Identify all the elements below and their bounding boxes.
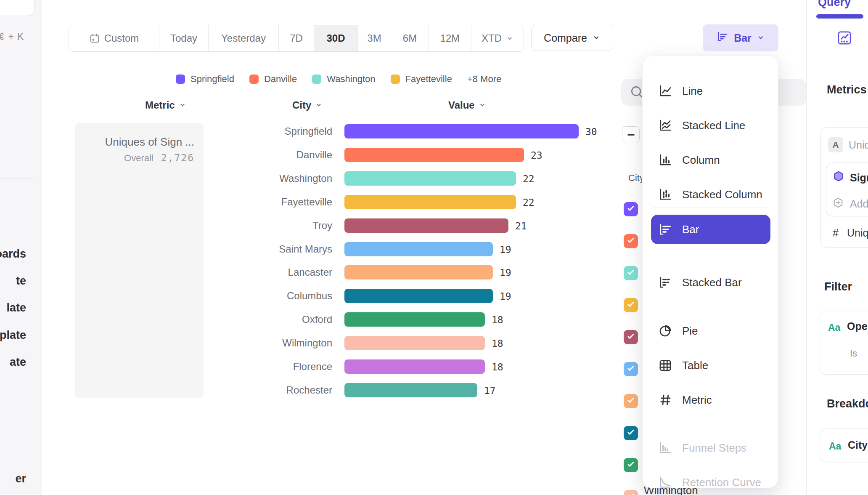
date-range-3m[interactable]: 3M bbox=[358, 25, 391, 51]
date-range-30d[interactable]: 30D bbox=[314, 25, 358, 51]
funnel-icon bbox=[658, 440, 673, 455]
sidebar-item[interactable]: er bbox=[0, 472, 26, 485]
unique-row-label[interactable]: Uniques bbox=[847, 227, 868, 239]
bar-value: 18 bbox=[492, 336, 503, 350]
menu-item-bar[interactable]: Bar bbox=[651, 215, 770, 244]
date-range-12m[interactable]: 12M bbox=[429, 25, 471, 51]
bar-value: 22 bbox=[523, 171, 535, 186]
bar-wilmington[interactable] bbox=[344, 336, 485, 350]
city-checkbox[interactable] bbox=[624, 330, 638, 344]
menu-item-stacked-column[interactable]: Stacked Column bbox=[651, 180, 770, 209]
menu-item-column[interactable]: Column bbox=[651, 145, 770, 175]
bar-saint-marys[interactable] bbox=[344, 242, 493, 256]
menu-item-stacked-line[interactable]: Stacked Line bbox=[651, 111, 770, 140]
bar-icon bbox=[658, 222, 673, 237]
insights-chart-icon[interactable] bbox=[836, 29, 853, 48]
city-checkbox[interactable] bbox=[624, 362, 638, 376]
date-range-custom[interactable]: Custom bbox=[69, 25, 159, 51]
bar-lancaster[interactable] bbox=[344, 265, 493, 279]
sidebar-item[interactable]: ate bbox=[0, 356, 26, 369]
add-event-label[interactable]: Add bbox=[850, 198, 868, 210]
breakdown-heading: Breakdown bbox=[827, 397, 868, 410]
bar-florence[interactable] bbox=[344, 359, 485, 374]
date-range-7d[interactable]: 7D bbox=[279, 25, 314, 51]
column-header-city[interactable]: City bbox=[292, 99, 323, 111]
sidebar-item[interactable]: late bbox=[0, 301, 26, 314]
bar-troy[interactable] bbox=[344, 218, 508, 233]
column-header-metric[interactable]: Metric bbox=[145, 99, 186, 111]
add-event-icon[interactable] bbox=[831, 196, 845, 212]
metric-name: Uniques bbox=[849, 139, 868, 151]
menu-item-retention-curve[interactable]: Retention Curve bbox=[651, 468, 770, 495]
filter-card[interactable]: Aa Ope Is i bbox=[820, 311, 868, 375]
city-checkbox[interactable] bbox=[624, 298, 638, 312]
date-range-6m[interactable]: 6M bbox=[391, 25, 429, 51]
menu-item-metric[interactable]: Metric bbox=[651, 385, 770, 415]
filter-operator[interactable]: Is bbox=[850, 348, 857, 359]
city-checkbox[interactable] bbox=[624, 426, 638, 440]
menu-item-funnel-steps[interactable]: Funnel Steps bbox=[651, 433, 770, 463]
stacked-bar-icon bbox=[658, 275, 673, 290]
bar-value: 30 bbox=[585, 124, 597, 138]
bar-fayetteville[interactable] bbox=[344, 195, 516, 209]
legend-item[interactable]: Washington bbox=[312, 74, 375, 85]
menu-item-stacked-bar[interactable]: Stacked Bar bbox=[651, 268, 770, 297]
bar-danville[interactable] bbox=[344, 148, 524, 162]
legend-item[interactable]: Danville bbox=[249, 74, 297, 85]
legend-item[interactable]: Fayetteville bbox=[391, 74, 452, 85]
bar-rochester[interactable] bbox=[344, 383, 477, 397]
check-icon bbox=[626, 396, 635, 407]
legend-item[interactable]: Springfield bbox=[176, 74, 234, 85]
bar-washington[interactable] bbox=[344, 171, 516, 186]
bar-value: 19 bbox=[500, 289, 511, 303]
city-checkbox[interactable] bbox=[624, 202, 638, 216]
pie-icon bbox=[658, 323, 673, 338]
sidebar-item[interactable]: oards bbox=[0, 248, 26, 261]
panel-header-border bbox=[807, 20, 868, 20]
left-sidebar: ⌘ + K oardstelateplateateer bbox=[0, 0, 42, 495]
bar-value: 23 bbox=[531, 148, 542, 162]
bar-springfield[interactable] bbox=[344, 124, 579, 138]
column-header-value[interactable]: Value bbox=[448, 99, 486, 111]
sidebar-item[interactable]: plate bbox=[0, 329, 26, 342]
chart-type-label: Bar bbox=[734, 32, 752, 44]
date-range-xtd[interactable]: XTD bbox=[471, 25, 524, 51]
city-checkbox[interactable] bbox=[624, 458, 638, 472]
metric-card[interactable]: Uniques of Sign ... Overall 2,726 bbox=[75, 123, 204, 398]
compare-button[interactable]: Compare bbox=[531, 25, 613, 51]
legend-swatch bbox=[391, 75, 400, 84]
chevron-down-icon bbox=[479, 99, 486, 111]
analytics-query-page: ⌘ + K oardstelateplateateer CustomTodayY… bbox=[0, 0, 868, 495]
breakdown-card[interactable]: Aa City bbox=[820, 428, 868, 462]
filter-heading: Filter bbox=[824, 280, 852, 293]
metric-icon bbox=[658, 392, 673, 407]
menu-item-pie[interactable]: Pie bbox=[651, 316, 770, 346]
sidebar-item[interactable]: te bbox=[0, 274, 26, 287]
city-checkbox[interactable] bbox=[624, 266, 638, 280]
check-icon bbox=[626, 236, 635, 247]
city-checkbox[interactable] bbox=[624, 234, 638, 248]
menu-item-table[interactable]: Table bbox=[651, 351, 770, 380]
check-icon bbox=[626, 300, 635, 311]
bar-columbus[interactable] bbox=[344, 289, 493, 303]
bar-value: 19 bbox=[500, 242, 511, 256]
event-card[interactable]: Sign up Add bbox=[826, 162, 868, 216]
menu-item-line[interactable]: Line bbox=[651, 76, 770, 106]
bar-value: 18 bbox=[492, 359, 503, 374]
calendar-icon bbox=[89, 33, 100, 44]
collapse-legend-button[interactable] bbox=[622, 126, 640, 143]
bar-value: 21 bbox=[515, 218, 527, 233]
check-icon bbox=[626, 460, 635, 471]
tab-query[interactable]: Query bbox=[818, 0, 851, 9]
bar-oxford[interactable] bbox=[344, 312, 485, 327]
city-checkbox[interactable] bbox=[624, 490, 638, 495]
metrics-card[interactable]: A Uniques Sign up Add # Uniques bbox=[820, 127, 868, 248]
date-range-yesterday[interactable]: Yesterday bbox=[209, 25, 279, 51]
date-range-today[interactable]: Today bbox=[159, 25, 209, 51]
legend-more[interactable]: +8 More bbox=[467, 74, 501, 85]
metrics-heading: Metrics bbox=[827, 83, 867, 96]
check-icon bbox=[626, 428, 635, 439]
chart-type-button[interactable]: Bar bbox=[703, 24, 778, 51]
filter-type-badge: Aa bbox=[828, 322, 840, 333]
city-checkbox[interactable] bbox=[624, 394, 638, 408]
